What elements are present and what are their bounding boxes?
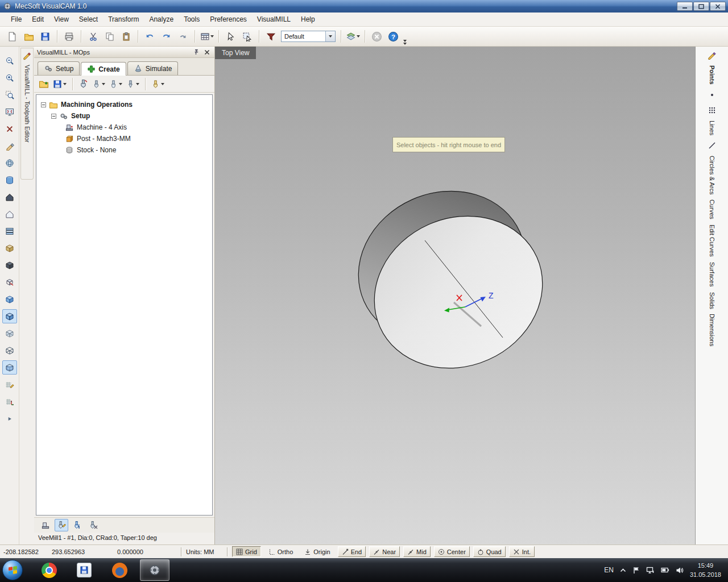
menu-visualmill[interactable]: VisualMILL [252, 13, 296, 26]
group-label-surfaces[interactable]: Surfaces [709, 262, 715, 286]
snap-end-button[interactable]: End [338, 546, 366, 557]
taskbar-firefox-icon[interactable] [105, 559, 134, 581]
new-icon[interactable] [5, 29, 20, 44]
menu-preferences[interactable]: Preferences [205, 13, 252, 26]
point-grid-icon[interactable] [707, 105, 717, 115]
redo-icon[interactable] [159, 29, 174, 44]
pick-window-icon[interactable] [239, 29, 255, 44]
menu-file[interactable]: File [6, 13, 27, 26]
menu-help[interactable]: Help [296, 13, 320, 26]
rotate-view-icon[interactable] [2, 156, 17, 170]
zoom-in-icon[interactable] [2, 70, 17, 85]
machine-setup-icon[interactable] [77, 77, 89, 91]
tab-simulate[interactable]: Simulate [127, 61, 179, 75]
tree-row-machine[interactable]: Machine - 4 Axis [39, 122, 210, 133]
tool-vee-icon[interactable] [125, 77, 140, 91]
menu-view[interactable]: View [49, 13, 74, 26]
stock-display-icon[interactable] [2, 173, 17, 187]
hidden-icons-chevron-icon[interactable] [620, 568, 626, 573]
menu-transform[interactable]: Transform [103, 13, 144, 26]
material-combo[interactable]: Default [281, 31, 336, 42]
close-button[interactable] [710, 2, 726, 11]
machine-status-icon[interactable] [39, 519, 52, 531]
collapse-icon[interactable] [51, 114, 56, 119]
maximize-button[interactable] [693, 2, 709, 11]
snap-quad-button[interactable]: Quad [473, 546, 506, 557]
pin-icon[interactable] [191, 48, 200, 56]
menu-edit[interactable]: Edit [27, 13, 49, 26]
menu-select[interactable]: Select [74, 13, 103, 26]
save-mops-icon[interactable] [52, 77, 68, 91]
toolbar-handle-icon[interactable] [2, 411, 17, 426]
add-folder-icon[interactable] [38, 77, 50, 91]
collapse-icon[interactable] [41, 102, 46, 107]
panel-close-icon[interactable] [202, 48, 212, 56]
volume-icon[interactable] [676, 567, 684, 574]
material-icon[interactable] [263, 29, 279, 44]
tool-edit-icon[interactable] [55, 519, 68, 531]
viewport[interactable]: Z Top View Select objects - hit right mo… [215, 47, 695, 544]
point-single-icon[interactable] [707, 90, 717, 100]
line-icon[interactable] [707, 140, 717, 151]
home-view-icon[interactable] [2, 190, 17, 204]
pan-icon[interactable] [2, 139, 17, 153]
top-view-icon[interactable] [2, 224, 17, 238]
battery-icon[interactable] [661, 567, 669, 573]
sketch-pencil-icon[interactable] [707, 50, 717, 60]
snap-near-button[interactable]: Near [369, 546, 400, 557]
toolpath-editor-dock-tab[interactable]: VisualMILL - Toolpath Editor [20, 48, 34, 180]
language-indicator[interactable]: EN [604, 566, 614, 574]
snap-grid-button[interactable]: Grid [232, 546, 261, 557]
tool-flat-icon[interactable] [91, 77, 106, 91]
network-icon[interactable] [646, 567, 655, 574]
group-label-edit-curves[interactable]: Edit Curves [709, 225, 715, 257]
zoom-window-icon[interactable] [2, 88, 17, 102]
tool-library-icon[interactable] [150, 77, 166, 91]
front-view-icon[interactable] [2, 207, 17, 221]
zoom-out-icon[interactable] [2, 53, 17, 68]
tree-row-stock[interactable]: Stock - None [39, 144, 210, 156]
taskbar-chrome-icon[interactable] [34, 559, 64, 581]
cut-icon[interactable] [85, 29, 101, 44]
menu-tools[interactable]: Tools [179, 13, 205, 26]
snap-origin-button[interactable]: Origin [300, 546, 334, 557]
3d-scene[interactable]: Z [215, 47, 695, 544]
paste-icon[interactable] [118, 29, 134, 44]
toolbar-overflow-icon[interactable] [403, 40, 407, 46]
help-icon[interactable]: ? [386, 29, 401, 44]
group-label-circles-arcs[interactable]: Circles & Arcs [709, 156, 715, 194]
right-view-icon[interactable] [2, 241, 17, 255]
group-label-dimensions[interactable]: Dimensions [709, 314, 715, 346]
group-label-points[interactable]: Points [709, 65, 715, 85]
print-icon[interactable] [61, 29, 77, 44]
zoom-extents-icon[interactable] [2, 105, 17, 119]
grid-axes-icon[interactable] [2, 394, 17, 409]
taskbar-clock[interactable]: 15:49 31.05.2018 [690, 561, 721, 580]
minimize-button[interactable] [677, 2, 693, 11]
group-label-curves[interactable]: Curves [709, 199, 715, 219]
shaded-edges-display-icon[interactable] [2, 309, 17, 323]
tree-row-machining-operations[interactable]: Machining Operations [39, 99, 210, 110]
tree-row-post[interactable]: Post - Mach3-MM [39, 133, 210, 144]
wireframe-display-icon[interactable] [2, 343, 17, 357]
snap-mid-button[interactable]: Mid [403, 546, 431, 557]
group-label-solids[interactable]: Solids [709, 292, 715, 309]
tree-row-setup[interactable]: Setup [39, 110, 210, 122]
taskbar-document-icon[interactable] [69, 559, 99, 581]
action-center-flag-icon[interactable] [632, 567, 640, 574]
iso-view-icon[interactable] [2, 258, 17, 272]
copy-icon[interactable] [102, 29, 117, 44]
select-cursor-icon[interactable] [223, 29, 238, 44]
perspective-view-icon[interactable] [2, 275, 17, 289]
snap-center-button[interactable]: Center [434, 546, 470, 557]
tool-ball-icon[interactable] [108, 77, 123, 91]
translucent-display-icon[interactable] [2, 326, 17, 340]
taskbar-visualcam-button[interactable] [140, 559, 169, 581]
snap-ortho-button[interactable]: Ortho [264, 546, 297, 557]
save-icon[interactable] [38, 29, 53, 44]
undo-icon[interactable] [142, 29, 158, 44]
layers-icon[interactable] [345, 29, 361, 44]
zoom-previous-icon[interactable] [2, 122, 17, 136]
group-label-lines[interactable]: Lines [709, 120, 715, 135]
redo-all-icon[interactable] [175, 29, 191, 44]
